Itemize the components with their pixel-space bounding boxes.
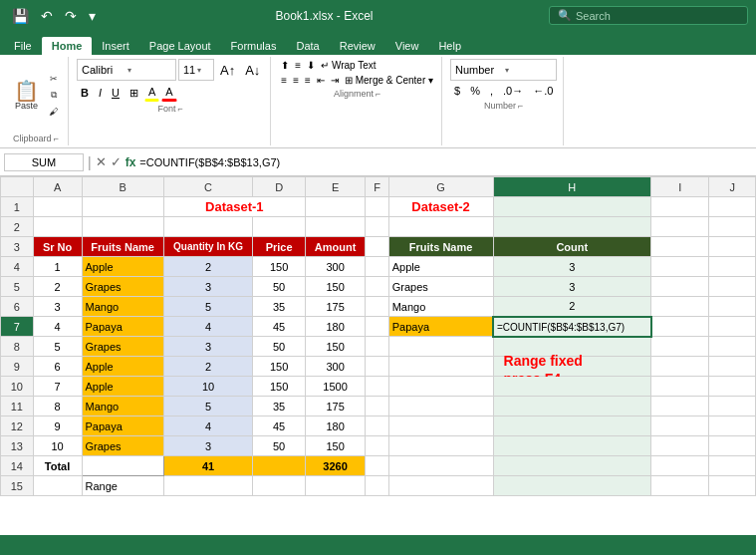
cell-f4[interactable] [366,257,388,277]
col-header-h[interactable]: H [493,177,651,197]
cell-c5[interactable]: 3 [163,277,253,297]
cell-c2[interactable] [163,217,253,237]
cell-d8[interactable]: 50 [253,337,305,357]
cell-g15[interactable] [388,476,493,496]
cell-c3[interactable]: Quantity In KG [163,237,253,257]
cell-e1[interactable] [305,197,366,217]
cell-h6[interactable]: 2 [493,297,651,317]
cell-j5[interactable] [709,277,756,297]
font-shrink-button[interactable]: A↓ [241,61,264,80]
col-header-j[interactable]: J [709,177,756,197]
cell-g2[interactable] [388,217,493,237]
cell-b6[interactable]: Mango [82,297,163,317]
paste-button[interactable]: 📋 Paste [10,79,43,113]
cell-d13[interactable]: 50 [253,436,305,456]
alignment-expand-icon[interactable]: ⌐ [376,89,380,99]
tab-help[interactable]: Help [428,37,471,55]
cell-i9[interactable] [651,357,709,377]
italic-button[interactable]: I [95,85,106,101]
cell-d5[interactable]: 50 [253,277,305,297]
row-header-11[interactable]: 11 [1,397,34,416]
cell-i15[interactable] [651,476,709,496]
cell-e13[interactable]: 150 [305,436,366,456]
align-left-button[interactable]: ≡ [279,74,289,87]
indent-increase-button[interactable]: ⇥ [329,74,341,87]
cell-f10[interactable] [366,377,388,397]
cell-d4[interactable]: 150 [253,257,305,277]
cell-d9[interactable]: 150 [253,357,305,377]
font-color-button[interactable]: A [161,84,176,102]
cell-i6[interactable] [651,297,709,317]
confirm-formula-icon[interactable]: ✓ [111,154,122,169]
row-header-10[interactable]: 10 [1,377,34,397]
row-header-7[interactable]: 7 [1,317,34,337]
cell-a15[interactable] [33,476,82,496]
cell-g6[interactable]: Mango [388,297,493,317]
cell-h5[interactable]: 3 [493,277,651,297]
fill-color-button[interactable]: A [144,84,159,102]
cell-b13[interactable]: Grapes [82,436,163,456]
clipboard-expand-icon[interactable]: ⌐ [54,134,59,143]
cell-j1[interactable] [709,197,756,217]
cell-f1[interactable] [366,197,388,217]
cell-j13[interactable] [709,436,756,456]
col-header-g[interactable]: G [388,177,493,197]
cell-c14[interactable]: 41 [163,456,253,476]
cell-e10[interactable]: 1500 [305,377,366,397]
align-center-button[interactable]: ≡ [291,74,301,87]
cell-j4[interactable] [709,257,756,277]
tab-view[interactable]: View [385,37,429,55]
cell-c7[interactable]: 4 [163,317,253,337]
cell-h3[interactable]: Count [493,237,651,257]
cell-i1[interactable] [651,197,709,217]
row-header-15[interactable]: 15 [1,476,34,496]
col-header-f[interactable]: F [366,177,388,197]
cell-g5[interactable]: Grapes [388,277,493,297]
cell-e15[interactable] [305,476,366,496]
cell-f13[interactable] [366,436,388,456]
cell-b3[interactable]: Fruits Name [82,237,163,257]
cell-a4[interactable]: 1 [33,257,82,277]
cell-a1[interactable] [33,197,82,217]
tab-review[interactable]: Review [330,37,385,55]
save-icon[interactable]: 💾 [8,6,33,26]
tab-data[interactable]: Data [286,37,329,55]
cell-f8[interactable] [366,337,388,357]
cell-e3[interactable]: Amount [305,237,366,257]
cell-g11[interactable] [388,397,493,416]
cell-e4[interactable]: 300 [305,257,366,277]
merge-center-button[interactable]: ⊞ Merge & Center ▾ [343,74,435,87]
cell-j11[interactable] [709,397,756,416]
underline-button[interactable]: U [108,85,124,101]
tab-insert[interactable]: Insert [92,37,139,55]
cell-j7[interactable] [709,317,756,337]
cell-i3[interactable] [651,237,709,257]
cell-i8[interactable] [651,337,709,357]
cell-b12[interactable]: Papaya [82,416,163,436]
undo-icon[interactable]: ↶ [37,6,57,26]
cell-c9[interactable]: 2 [163,357,253,377]
cell-f6[interactable] [366,297,388,317]
font-name-combo[interactable]: Calibri ▾ [77,59,176,81]
wrap-text-button[interactable]: ↵ Wrap Text [319,59,378,72]
row-header-8[interactable]: 8 [1,337,34,357]
cell-j10[interactable] [709,377,756,397]
row-header-5[interactable]: 5 [1,277,34,297]
row-header-13[interactable]: 13 [1,436,34,456]
cell-a6[interactable]: 3 [33,297,82,317]
cell-i13[interactable] [651,436,709,456]
cell-i14[interactable] [651,456,709,476]
indent-decrease-button[interactable]: ⇤ [315,74,327,87]
cell-g9[interactable] [388,357,493,377]
col-header-a[interactable]: A [33,177,82,197]
cell-b1[interactable] [82,197,163,217]
cell-a2[interactable] [33,217,82,237]
cell-d2[interactable] [253,217,305,237]
cell-i12[interactable] [651,416,709,436]
font-size-combo[interactable]: 11 ▾ [178,59,214,81]
align-bottom-button[interactable]: ⬇ [305,59,317,72]
cell-b15[interactable]: Range [82,476,163,496]
decimal-decrease-button[interactable]: ←.0 [529,83,557,99]
search-box[interactable]: 🔍 [549,6,748,25]
cell-a11[interactable]: 8 [33,397,82,416]
